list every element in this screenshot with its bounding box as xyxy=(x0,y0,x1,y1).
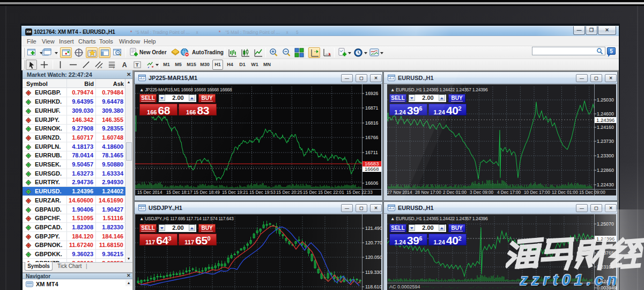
svg-text:▲ EURUSD.,H1 1.24365 1.24422: ▲ EURUSD.,H1 1.24365 1.24422 1.24357 1.2… xyxy=(390,216,488,221)
svg-text:AC 0.0002594: AC 0.0002594 xyxy=(389,284,420,289)
